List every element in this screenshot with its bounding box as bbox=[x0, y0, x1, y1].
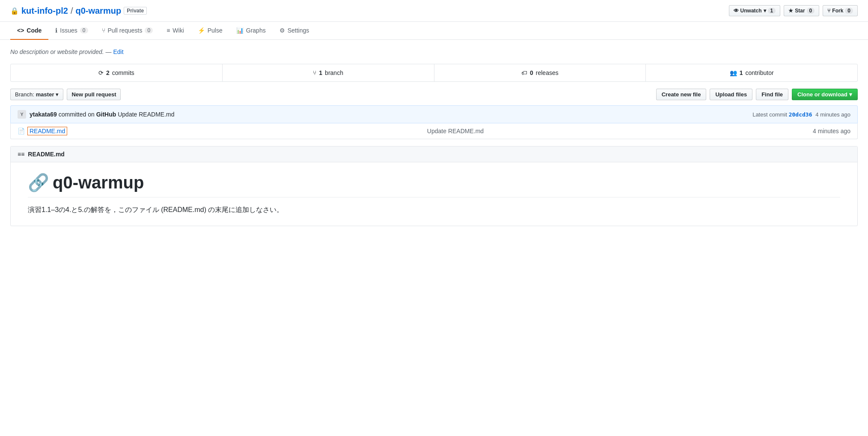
star-button[interactable]: ★ Star 0 bbox=[784, 5, 819, 16]
link-icon: 🔗 bbox=[28, 173, 49, 193]
new-pull-request-button[interactable]: New pull request bbox=[67, 89, 121, 100]
file-table: 📄 README.md Update README.md 4 minutes a… bbox=[10, 123, 858, 139]
contributors-count: 1 bbox=[740, 69, 743, 76]
tab-code[interactable]: <> Code bbox=[10, 22, 48, 40]
contributors-label: contributor bbox=[745, 69, 773, 76]
contributors-icon: 👥 bbox=[730, 69, 737, 76]
commits-icon: ⟳ bbox=[98, 69, 104, 76]
clone-or-download-button[interactable]: Clone or download ▾ bbox=[792, 89, 858, 100]
star-icon: ★ bbox=[788, 8, 793, 14]
readme-title-text: q0-warmup bbox=[53, 173, 144, 192]
branch-selector: Branch: master ▾ New pull request bbox=[10, 89, 121, 100]
tab-wiki-label: Wiki bbox=[172, 27, 184, 34]
fork-label: Fork bbox=[832, 8, 843, 14]
clone-chevron-icon: ▾ bbox=[849, 91, 852, 98]
releases-stat[interactable]: 🏷 0 releases bbox=[434, 64, 646, 81]
contributors-stat[interactable]: 👥 1 contributor bbox=[646, 64, 857, 81]
branches-stat[interactable]: ⑂ 1 branch bbox=[223, 64, 434, 81]
commits-label: commits bbox=[112, 69, 134, 76]
file-icon: 📄 bbox=[18, 128, 25, 134]
releases-label: releases bbox=[536, 69, 559, 76]
issues-count: 0 bbox=[80, 27, 88, 33]
readme-content: 🔗 q0-warmup 演習1.1–3の4.と5.の解答を，このファイル (RE… bbox=[11, 162, 857, 226]
branch-icon: ⑂ bbox=[313, 69, 316, 76]
nav-tabs: <> Code ℹ Issues 0 ⑂ Pull requests 0 ≡ W… bbox=[0, 22, 868, 40]
unwatch-label: Unwatch bbox=[740, 8, 762, 14]
latest-commit-label: Latest commit bbox=[752, 111, 787, 118]
separator: / bbox=[71, 6, 73, 16]
new-pr-label: New pull request bbox=[71, 91, 116, 98]
readme-file-link[interactable]: README.md bbox=[27, 127, 67, 135]
releases-icon: 🏷 bbox=[521, 69, 527, 76]
branch-dropdown-button[interactable]: Branch: master ▾ bbox=[10, 89, 63, 100]
readme-title: 🔗 q0-warmup bbox=[28, 173, 840, 197]
unwatch-count: 1 bbox=[768, 8, 776, 14]
commit-author: Y ytakata69 committed on GitHub Update R… bbox=[18, 110, 174, 119]
chevron-down-icon: ▾ bbox=[764, 8, 766, 14]
fork-icon: ⑂ bbox=[827, 8, 830, 14]
pulse-icon: ⚡ bbox=[198, 27, 205, 34]
readme-header-label: README.md bbox=[28, 151, 65, 158]
file-controls: Branch: master ▾ New pull request Create… bbox=[10, 89, 858, 100]
readme-body: 演習1.1–3の4.と5.の解答を，このファイル (README.md) の末尾… bbox=[28, 204, 840, 215]
file-time: 4 minutes ago bbox=[799, 128, 850, 134]
upload-files-label: Upload files bbox=[715, 91, 747, 98]
tab-pulse[interactable]: ⚡ Pulse bbox=[191, 22, 229, 40]
releases-count: 0 bbox=[530, 69, 533, 76]
find-file-label: Find file bbox=[761, 91, 783, 98]
commit-message: Update README.md bbox=[118, 111, 174, 118]
create-new-file-button[interactable]: Create new file bbox=[656, 89, 707, 100]
branches-count: 1 bbox=[319, 69, 322, 76]
tab-graphs[interactable]: 📊 Graphs bbox=[229, 22, 273, 40]
fork-count: 0 bbox=[845, 8, 853, 14]
main-content: No description or website provided. — Ed… bbox=[0, 40, 868, 235]
tab-wiki[interactable]: ≡ Wiki bbox=[160, 22, 191, 40]
description-edit-link[interactable]: Edit bbox=[113, 48, 123, 55]
branches-label: branch bbox=[325, 69, 343, 76]
readme-header: ≡≡ README.md bbox=[11, 146, 857, 162]
lock-icon: 🔒 bbox=[10, 7, 19, 15]
commit-row: Y ytakata69 committed on GitHub Update R… bbox=[10, 105, 858, 123]
repo-link[interactable]: q0-warmup bbox=[75, 6, 121, 16]
stats-bar: ⟳ 2 commits ⑂ 1 branch 🏷 0 releases 👥 1 … bbox=[10, 64, 858, 82]
code-icon: <> bbox=[17, 27, 24, 34]
author-name[interactable]: ytakata69 bbox=[30, 111, 57, 118]
find-file-button[interactable]: Find file bbox=[756, 89, 788, 100]
repo-title: 🔒 kut-info-pl2 / q0-warmup Private bbox=[10, 6, 147, 16]
tab-code-label: Code bbox=[27, 27, 42, 34]
repo-header: 🔒 kut-info-pl2 / q0-warmup Private 👁 Unw… bbox=[0, 0, 868, 22]
readme-paragraph: 演習1.1–3の4.と5.の解答を，このファイル (README.md) の末尾… bbox=[28, 204, 840, 215]
eye-icon: 👁 bbox=[734, 8, 739, 14]
fork-button[interactable]: ⑂ Fork 0 bbox=[823, 5, 858, 16]
commit-meta: Latest commit 20dcd36 4 minutes ago bbox=[752, 111, 850, 118]
commits-stat[interactable]: ⟳ 2 commits bbox=[11, 64, 223, 81]
branch-label: Branch: bbox=[15, 91, 34, 98]
owner-link[interactable]: kut-info-pl2 bbox=[21, 6, 68, 16]
upload-files-button[interactable]: Upload files bbox=[710, 89, 752, 100]
readme-header-icon: ≡≡ bbox=[18, 151, 24, 158]
create-new-file-label: Create new file bbox=[662, 91, 701, 98]
repo-description: No description or website provided. — Ed… bbox=[10, 48, 858, 55]
settings-icon: ⚙ bbox=[279, 27, 285, 34]
tab-pull-requests[interactable]: ⑂ Pull requests 0 bbox=[95, 22, 160, 40]
commit-sha[interactable]: 20dcd36 bbox=[789, 111, 816, 118]
tab-settings[interactable]: ⚙ Settings bbox=[273, 22, 316, 40]
readme-section: ≡≡ README.md 🔗 q0-warmup 演習1.1–3の4.と5.の解… bbox=[10, 146, 858, 226]
star-label: Star bbox=[795, 8, 805, 14]
commit-platform: GitHub bbox=[96, 111, 116, 118]
table-row: 📄 README.md Update README.md 4 minutes a… bbox=[11, 123, 857, 139]
wiki-icon: ≡ bbox=[166, 27, 170, 34]
commit-info: ytakata69 committed on GitHub Update REA… bbox=[30, 111, 174, 118]
clone-or-download-label: Clone or download bbox=[797, 91, 847, 98]
tab-pull-requests-label: Pull requests bbox=[108, 27, 143, 34]
star-count: 0 bbox=[807, 8, 815, 14]
unwatch-button[interactable]: 👁 Unwatch ▾ 1 bbox=[729, 5, 781, 16]
issues-icon: ℹ bbox=[55, 27, 57, 34]
tab-settings-label: Settings bbox=[288, 27, 309, 34]
tab-graphs-label: Graphs bbox=[246, 27, 266, 34]
description-text: No description or website provided. bbox=[10, 48, 104, 55]
branch-name: master bbox=[36, 91, 54, 98]
tab-issues[interactable]: ℹ Issues 0 bbox=[48, 22, 95, 40]
file-commit-message: Update README.md bbox=[112, 128, 799, 134]
tab-issues-label: Issues bbox=[60, 27, 77, 34]
